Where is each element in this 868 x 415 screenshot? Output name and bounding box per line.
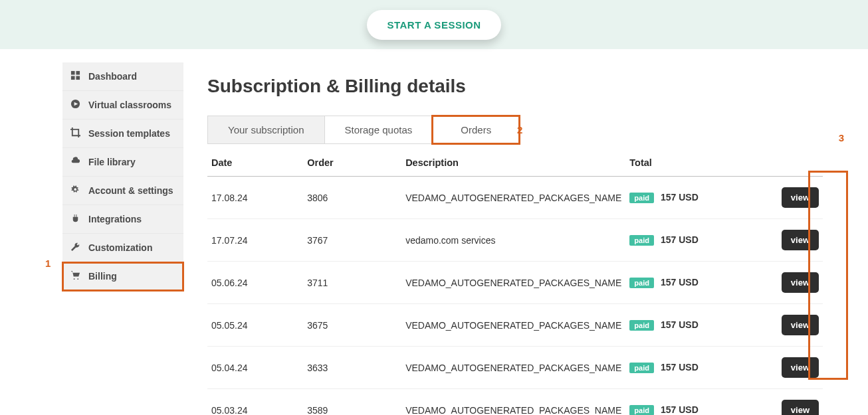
cell-description: VEDAMO_AUTOGENERATED_PACKAGES_NAME [401,177,625,219]
sidebar-item-file-library[interactable]: File library [62,148,183,177]
status-badge: paid [629,278,654,288]
sidebar-item-session-templates[interactable]: Session templates [62,120,183,148]
th-order: Order [303,151,401,177]
sidebar-item-dashboard[interactable]: Dashboard [62,62,183,91]
table-row: 17.08.243806VEDAMO_AUTOGENERATED_PACKAGE… [207,177,823,219]
cell-order: 3589 [303,389,401,416]
th-description: Description [401,151,625,177]
view-button[interactable]: view [782,315,819,335]
cell-date: 05.03.24 [207,389,303,416]
total-amount: 157 USD [661,277,699,288]
cell-date: 05.04.24 [207,347,303,389]
status-badge: paid [629,320,654,331]
cell-action: view [773,262,823,304]
orders-table: Date Order Description Total 17.08.24380… [207,151,823,415]
tabs: Your subscription Storage quotas Orders [207,116,520,144]
total-amount: 157 USD [661,192,699,203]
cell-description: VEDAMO_AUTOGENERATED_PACKAGES_NAME [401,262,625,304]
svg-rect-0 [71,71,75,75]
view-button[interactable]: view [782,187,819,208]
status-badge: paid [629,193,654,203]
cell-date: 05.06.24 [207,262,303,304]
cell-total: paid157 USD [625,389,773,416]
cell-total: paid157 USD [625,219,773,262]
start-session-button[interactable]: START A SESSION [367,10,500,40]
status-badge: paid [629,405,654,415]
view-button[interactable]: view [782,400,819,415]
page-title: Subscription & Billing details [207,76,844,97]
sidebar-item-label: Dashboard [88,71,137,82]
sidebar-item-virtual-classrooms[interactable]: Virtual classrooms [62,91,183,120]
tab-your-subscription[interactable]: Your subscription [208,116,325,143]
crop-icon [70,127,80,139]
sidebar-item-integrations[interactable]: Integrations [62,205,183,234]
table-row: 05.06.243711VEDAMO_AUTOGENERATED_PACKAGE… [207,262,823,304]
grid-icon [70,70,80,82]
cell-order: 3675 [303,304,401,347]
cell-total: paid157 USD [625,304,773,347]
sidebar-item-label: Virtual classrooms [88,100,171,110]
annotation-3: 3 [839,132,844,143]
wrench-icon [70,242,80,254]
cell-action: view [773,177,823,219]
cell-order: 3633 [303,347,401,389]
sidebar-item-label: Customization [88,242,152,253]
table-row: 05.04.243633VEDAMO_AUTOGENERATED_PACKAGE… [207,347,823,389]
total-amount: 157 USD [661,234,699,245]
view-button[interactable]: view [782,272,819,293]
cell-order: 3767 [303,219,401,262]
annotation-2: 2 [517,124,522,135]
sidebar-item-label: Session templates [88,128,170,139]
view-button[interactable]: view [782,230,819,250]
total-amount: 157 USD [661,319,699,330]
table-header-row: Date Order Description Total [207,151,823,177]
sidebar-item-label: Integrations [88,214,142,224]
top-banner: START A SESSION [0,0,868,49]
tab-orders[interactable]: Orders [433,116,519,143]
sidebar-item-label: File library [88,157,136,167]
cell-date: 17.07.24 [207,219,303,262]
cloud-icon [70,156,80,168]
cell-date: 05.05.24 [207,304,303,347]
svg-rect-2 [71,76,75,80]
cell-total: paid157 USD [625,347,773,389]
status-badge: paid [629,363,654,373]
cell-action: view [773,219,823,262]
cell-description: VEDAMO_AUTOGENERATED_PACKAGES_NAME [401,389,625,416]
total-amount: 157 USD [661,404,699,415]
gear-icon [70,185,80,197]
sidebar-item-billing[interactable]: Billing [62,262,183,291]
sidebar-item-customization[interactable]: Customization [62,234,183,262]
view-button[interactable]: view [782,357,819,378]
svg-rect-3 [76,76,80,80]
cart-icon [70,270,80,282]
table-row: 05.03.243589VEDAMO_AUTOGENERATED_PACKAGE… [207,389,823,416]
cell-description: vedamo.com services [401,219,625,262]
cell-date: 17.08.24 [207,177,303,219]
status-badge: paid [629,235,654,246]
cell-action: view [773,304,823,347]
svg-rect-1 [76,71,80,75]
total-amount: 157 USD [661,362,699,373]
play-circle-icon [70,99,80,111]
th-date: Date [207,151,303,177]
cell-action: view [773,347,823,389]
tab-storage-quotas[interactable]: Storage quotas [325,116,433,143]
cell-order: 3711 [303,262,401,304]
main-content: Subscription & Billing details Your subs… [183,62,868,415]
cell-total: paid157 USD [625,262,773,304]
table-row: 17.07.243767vedamo.com servicespaid157 U… [207,219,823,262]
sidebar-item-label: Billing [88,271,117,282]
cell-description: VEDAMO_AUTOGENERATED_PACKAGES_NAME [401,304,625,347]
th-total: Total [625,151,773,177]
cell-description: VEDAMO_AUTOGENERATED_PACKAGES_NAME [401,347,625,389]
sidebar-item-account-settings[interactable]: Account & settings [62,177,183,205]
cell-total: paid157 USD [625,177,773,219]
table-row: 05.05.243675VEDAMO_AUTOGENERATED_PACKAGE… [207,304,823,347]
sidebar-item-label: Account & settings [88,185,173,196]
plug-icon [70,213,80,225]
sidebar: Dashboard Virtual classrooms Session tem… [62,62,183,415]
annotation-1: 1 [45,258,51,269]
cell-order: 3806 [303,177,401,219]
cell-action: view [773,389,823,416]
